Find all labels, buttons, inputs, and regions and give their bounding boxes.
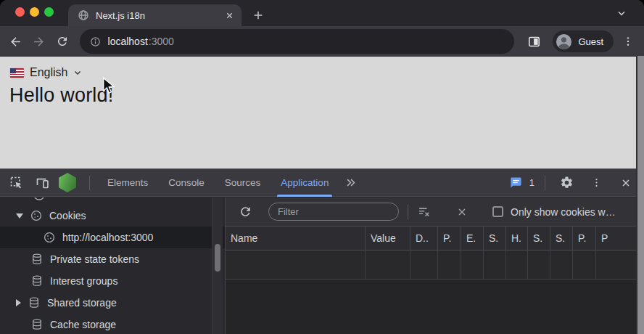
devtools-toolbar: Elements Console Sources Application 1	[0, 169, 644, 197]
column-header-path[interactable]: P.	[438, 227, 461, 250]
devtools-menu-button[interactable]	[585, 172, 607, 194]
tab-title: Next.js i18n	[96, 10, 218, 21]
clear-all-cookies-icon[interactable]	[451, 201, 473, 223]
only-show-cookies-label[interactable]: Only show cookies w…	[511, 206, 616, 218]
column-header-name[interactable]: Name	[226, 227, 366, 250]
page-content: English Hello world!	[0, 57, 644, 168]
tab-strip: Next.js i18n	[0, 0, 644, 26]
cookies-table-header: Name Value D.. P. E. S. H. S. S. P. P	[226, 227, 644, 250]
sidebar-item-cookies-localhost[interactable]: http://localhost:3000	[0, 227, 225, 248]
window-scrollbar[interactable]	[636, 56, 644, 334]
clear-filter-icon[interactable]	[413, 201, 434, 223]
column-header-secure[interactable]: S.	[528, 227, 550, 250]
sidebar-item-private-state-tokens[interactable]: Private state tokens	[0, 248, 225, 270]
cookies-table: Name Value D.. P. E. S. H. S. S. P. P	[226, 227, 644, 334]
toolbar-divider	[408, 205, 408, 219]
language-switcher[interactable]: English	[10, 66, 82, 79]
tab-console[interactable]: Console	[158, 169, 215, 197]
tab-application[interactable]: Application	[271, 169, 339, 197]
database-icon	[28, 296, 41, 309]
cookie-icon	[43, 231, 56, 244]
browser-window: Next.js i18n localhost :3000	[0, 0, 644, 334]
partial-item-icon	[32, 197, 46, 202]
address-bar[interactable]: localhost :3000	[80, 29, 514, 54]
column-header-size[interactable]: S.	[484, 227, 506, 250]
browser-tab[interactable]: Next.js i18n	[68, 4, 242, 26]
site-info-icon[interactable]	[90, 36, 101, 47]
database-icon	[30, 253, 44, 266]
globe-favicon-icon	[78, 9, 89, 21]
url-port: :3000	[149, 36, 174, 47]
toolbar-divider	[89, 176, 90, 190]
maximize-window-button[interactable]	[44, 7, 54, 17]
refresh-cookies-button[interactable]	[234, 201, 256, 223]
column-header-partition[interactable]: P.	[573, 227, 596, 250]
tab-close-icon[interactable]	[225, 11, 234, 20]
filter-input[interactable]	[268, 203, 399, 221]
url-host: localhost	[108, 36, 148, 47]
side-panel-button[interactable]	[523, 30, 546, 53]
language-label: English	[30, 66, 67, 79]
devtools-body: Cookies http://localhost:3000 Private st…	[0, 197, 644, 334]
chevron-down-icon	[73, 68, 82, 77]
column-header-httponly[interactable]: H.	[506, 227, 528, 250]
console-messages-button[interactable]	[510, 176, 522, 189]
sidebar-item-cookies[interactable]: Cookies	[0, 205, 225, 227]
page-heading: Hello world!	[9, 84, 113, 107]
column-header-value[interactable]: Value	[366, 227, 410, 250]
empty-cookie-row[interactable]	[226, 250, 644, 280]
cookies-panel: Only show cookies w… Name Value D.. P. E…	[226, 197, 644, 334]
forward-button[interactable]	[28, 30, 51, 53]
profile-button[interactable]: Guest	[553, 30, 614, 52]
inspect-element-button[interactable]	[6, 172, 28, 194]
sidebar-item-interest-groups[interactable]: Interest groups	[0, 270, 225, 292]
mouse-cursor	[102, 77, 115, 95]
nodejs-icon[interactable]	[57, 172, 78, 194]
settings-gear-icon[interactable]	[556, 172, 577, 194]
database-icon	[30, 274, 44, 288]
browser-menu-button[interactable]	[616, 30, 640, 53]
more-tabs-chevron-icon[interactable]	[339, 177, 363, 188]
device-toolbar-button[interactable]	[31, 172, 53, 194]
sidebar-scrollbar-thumb[interactable]	[215, 244, 220, 272]
avatar	[556, 33, 572, 50]
sidebar-item-shared-storage[interactable]: Shared storage	[0, 292, 225, 314]
column-header-domain[interactable]: D..	[410, 227, 438, 250]
collapsed-triangle-icon[interactable]	[16, 299, 21, 306]
column-header-expires[interactable]: E.	[461, 227, 484, 250]
tab-search-chevron-icon[interactable]	[616, 8, 627, 18]
us-flag-icon	[10, 68, 24, 78]
expanded-triangle-icon[interactable]	[16, 213, 23, 219]
tab-sources[interactable]: Sources	[215, 169, 271, 197]
sidebar-item-cache-storage[interactable]: Cache storage	[0, 314, 225, 334]
reload-button[interactable]	[51, 30, 74, 53]
devtools-close-icon[interactable]	[615, 172, 637, 194]
back-button[interactable]	[4, 30, 28, 53]
cookie-icon	[30, 209, 43, 222]
devtools-toolbar-right: 1	[510, 172, 638, 194]
cookies-toolbar: Only show cookies w…	[226, 197, 644, 227]
column-header-samesite[interactable]: S.	[550, 227, 573, 250]
toolbar-divider	[545, 176, 545, 190]
close-window-button[interactable]	[15, 7, 25, 17]
application-sidebar: Cookies http://localhost:3000 Private st…	[0, 197, 226, 334]
profile-name: Guest	[578, 36, 603, 47]
devtools-panel: Elements Console Sources Application 1	[0, 168, 644, 334]
new-tab-button[interactable]	[247, 4, 269, 26]
message-count-badge: 1	[529, 177, 534, 188]
table-empty-area	[226, 280, 644, 334]
tab-elements[interactable]: Elements	[97, 169, 158, 197]
only-show-cookies-checkbox[interactable]	[492, 206, 503, 217]
database-icon	[30, 318, 44, 331]
browser-toolbar: localhost :3000 Guest	[0, 26, 644, 57]
minimize-window-button[interactable]	[30, 7, 39, 17]
